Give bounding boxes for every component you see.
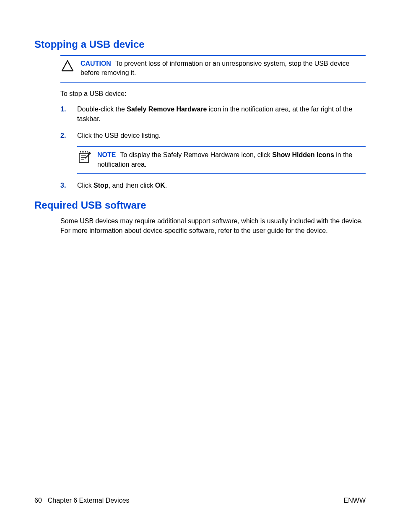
list-item: Double-click the Safely Remove Hardware … (60, 104, 366, 124)
step3-t2: , and then click (109, 182, 155, 189)
step1-pre: Double-click the (77, 106, 127, 113)
note-bold: Show Hidden Icons (272, 151, 334, 158)
note-admonition: NOTETo display the Safely Remove Hardwar… (77, 146, 366, 174)
svg-rect-0 (79, 153, 88, 163)
note-text: NOTETo display the Safely Remove Hardwar… (97, 150, 366, 169)
caution-icon (60, 59, 75, 78)
step2-text: Click the USB device listing. (77, 132, 161, 139)
section2-body: Some USB devices may require additional … (60, 216, 366, 235)
caution-label: CAUTION (81, 60, 111, 67)
caution-body: To prevent loss of information or an unr… (81, 60, 349, 76)
footer-left: 60Chapter 6 External Devices (34, 497, 130, 504)
note-icon (77, 150, 91, 169)
note-label: NOTE (97, 151, 116, 158)
intro-text: To stop a USB device: (60, 89, 366, 98)
step-list: Double-click the Safely Remove Hardware … (60, 104, 366, 190)
step3-b2: OK (155, 182, 165, 189)
caution-admonition: CAUTIONTo prevent loss of information or… (60, 55, 366, 83)
chapter-title: Chapter 6 External Devices (48, 497, 130, 504)
document-page: Stopping a USB device CAUTIONTo prevent … (0, 0, 400, 532)
page-number: 60 (34, 497, 42, 504)
list-item: Click Stop, and then click OK. (60, 181, 366, 190)
list-item: Click the USB device listing. NOTETo dis… (60, 131, 366, 174)
caution-text: CAUTIONTo prevent loss of information or… (81, 59, 366, 78)
step1-bold: Safely Remove Hardware (127, 106, 207, 113)
footer-right: ENWW (344, 497, 366, 504)
step3-t3: . (165, 182, 167, 189)
heading-required-software: Required USB software (34, 199, 366, 211)
step3-b1: Stop (94, 182, 109, 189)
page-footer: 60Chapter 6 External Devices ENWW (34, 497, 366, 504)
note-pre: To display the Safely Remove Hardware ic… (120, 151, 272, 158)
heading-stopping-usb: Stopping a USB device (34, 39, 366, 50)
step3-t1: Click (77, 182, 94, 189)
